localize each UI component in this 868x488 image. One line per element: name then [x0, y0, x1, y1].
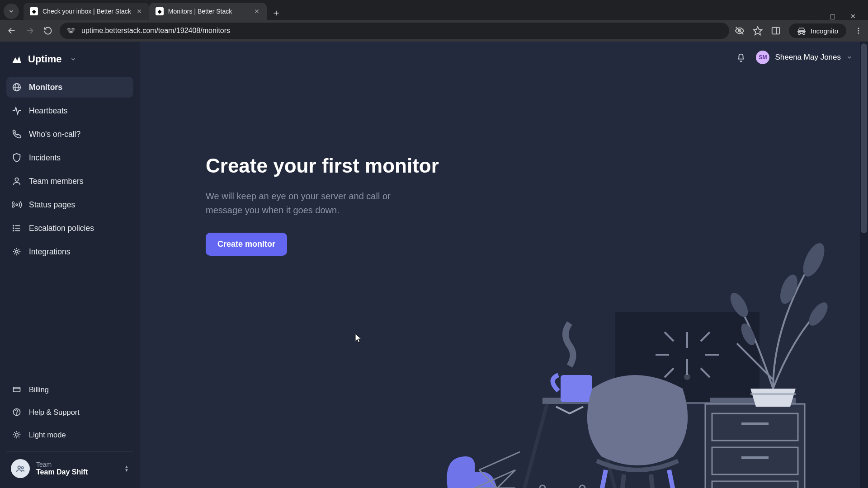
- sidebar-item-heartbeats[interactable]: Heartbeats: [6, 100, 133, 121]
- back-button[interactable]: [5, 24, 18, 37]
- reload-button[interactable]: [42, 24, 54, 37]
- chevron-down-icon: [846, 54, 853, 61]
- sidebar-item-label: Help & Support: [29, 408, 80, 417]
- svg-point-69: [799, 240, 829, 280]
- user-name: Sheena May Jones: [775, 53, 841, 62]
- empty-state: Create your first monitor We will keep a…: [206, 155, 459, 256]
- sidebar-item-team-members[interactable]: Team members: [6, 171, 133, 192]
- window-controls: — ▢ ✕: [807, 13, 868, 20]
- close-icon: [137, 9, 142, 14]
- svg-point-60: [684, 374, 690, 380]
- star-icon[interactable]: [753, 26, 763, 36]
- sidebar-item-label: Who's on-call?: [29, 130, 80, 139]
- sidebar-item-oncall[interactable]: Who's on-call?: [6, 124, 133, 145]
- browser-tab[interactable]: ◆ Check your inbox | Better Stack: [24, 3, 149, 20]
- close-icon: [254, 9, 259, 14]
- app-root: Uptime Monitors Heartbeats Who's on-call…: [0, 42, 868, 488]
- scrollbar-thumb[interactable]: [861, 43, 867, 233]
- svg-line-46: [19, 432, 19, 433]
- sidebar-item-status-pages[interactable]: Status pages: [6, 194, 133, 215]
- brand-switcher[interactable]: Uptime: [6, 52, 133, 77]
- svg-line-87: [479, 452, 520, 470]
- sidebar-item-help[interactable]: Help & Support: [6, 402, 133, 422]
- help-icon: [12, 407, 22, 417]
- create-monitor-button[interactable]: Create monitor: [206, 233, 287, 256]
- primary-nav: Monitors Heartbeats Who's on-call? Incid…: [6, 77, 133, 262]
- svg-rect-50: [542, 398, 796, 404]
- plus-icon: [273, 9, 280, 17]
- eye-off-icon[interactable]: [735, 26, 745, 36]
- svg-line-65: [665, 332, 674, 341]
- site-settings-icon[interactable]: [67, 27, 75, 35]
- sidebar-item-light-mode[interactable]: Light mode: [6, 424, 133, 445]
- svg-line-77: [592, 404, 615, 488]
- tab-title: Monitors | Better Stack: [168, 8, 249, 15]
- sidebar-item-label: Heartbeats: [29, 106, 68, 116]
- user-menu[interactable]: SM Sheena May Jones: [756, 51, 853, 64]
- sidebar-item-label: Status pages: [29, 200, 75, 210]
- minimize-button[interactable]: —: [807, 13, 816, 20]
- side-panel-icon[interactable]: [771, 26, 781, 36]
- sidebar-item-integrations[interactable]: Integrations: [6, 241, 133, 262]
- reload-icon: [43, 26, 52, 35]
- activity-icon: [12, 106, 22, 116]
- svg-rect-59: [669, 398, 710, 402]
- chevron-down-icon: [8, 8, 14, 14]
- list-icon: [12, 223, 22, 233]
- favicon-icon: ◆: [30, 7, 38, 15]
- svg-point-39: [15, 433, 19, 436]
- incognito-indicator[interactable]: Incognito: [789, 23, 846, 38]
- svg-point-49: [21, 467, 24, 469]
- scrollbar[interactable]: [860, 42, 868, 488]
- team-avatar-icon: [11, 459, 30, 478]
- notifications-button[interactable]: [736, 52, 746, 62]
- svg-line-44: [14, 432, 15, 433]
- browser-tab[interactable]: ◆ Monitors | Better Stack: [149, 3, 267, 20]
- sidebar-item-incidents[interactable]: Incidents: [6, 147, 133, 168]
- forward-button[interactable]: [24, 24, 36, 37]
- search-tabs-button[interactable]: [4, 4, 19, 19]
- broadcast-icon: [12, 200, 22, 210]
- svg-rect-75: [561, 375, 592, 402]
- user-avatar: SM: [756, 51, 769, 64]
- sidebar-item-billing[interactable]: Billing: [6, 379, 133, 400]
- tab-close-button[interactable]: [136, 8, 143, 15]
- page-title: Create your first monitor: [206, 155, 459, 178]
- sidebar-item-monitors[interactable]: Monitors: [6, 77, 133, 98]
- kebab-menu-icon[interactable]: [854, 27, 863, 35]
- svg-point-34: [15, 250, 18, 253]
- close-window-button[interactable]: ✕: [849, 13, 857, 20]
- shield-icon: [12, 153, 22, 163]
- maximize-button[interactable]: ▢: [828, 13, 836, 20]
- svg-line-78: [592, 470, 606, 488]
- team-label: Team: [36, 461, 88, 468]
- cursor-icon: [355, 333, 362, 343]
- favicon-icon: ◆: [156, 7, 164, 15]
- svg-line-47: [14, 436, 15, 437]
- sidebar-item-label: Billing: [29, 385, 49, 394]
- svg-point-72: [727, 290, 751, 320]
- svg-line-90: [479, 470, 515, 488]
- svg-point-32: [13, 228, 14, 229]
- svg-point-38: [16, 414, 17, 414]
- svg-rect-51: [705, 404, 805, 488]
- sidebar-item-escalation[interactable]: Escalation policies: [6, 218, 133, 239]
- chevron-down-icon: [70, 56, 76, 62]
- svg-rect-35: [14, 387, 20, 392]
- svg-point-73: [738, 321, 758, 347]
- page-subtitle: We will keep an eye on your server and c…: [206, 189, 396, 217]
- svg-rect-52: [712, 413, 798, 441]
- tab-close-button[interactable]: [253, 8, 260, 15]
- brand-name: Uptime: [28, 53, 62, 65]
- team-meta: Team Team Day Shift: [36, 461, 88, 476]
- svg-rect-54: [712, 481, 798, 488]
- team-switcher[interactable]: Team Team Day Shift ▲▼: [6, 451, 133, 482]
- tab-title: Check your inbox | Better Stack: [42, 8, 131, 15]
- svg-point-70: [777, 272, 801, 306]
- new-tab-button[interactable]: [269, 6, 283, 20]
- svg-rect-53: [712, 447, 798, 474]
- svg-rect-55: [741, 422, 769, 425]
- address-bar[interactable]: uptime.betterstack.com/team/192408/monit…: [60, 23, 729, 39]
- user-icon: [12, 176, 22, 186]
- svg-rect-18: [772, 28, 780, 34]
